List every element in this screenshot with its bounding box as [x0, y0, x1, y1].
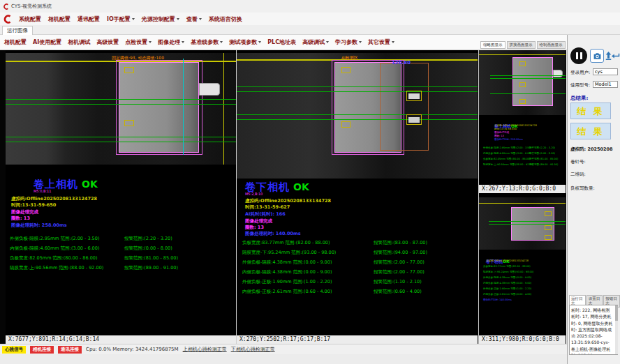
- menu-item-io-config[interactable]: IO手配置: [107, 15, 135, 23]
- thumb-measure-row: 外侧负极-正极:1.90mm 范围:(1.00 - 2.20): [483, 287, 531, 290]
- thumbnail-view-tabs: 缩略图显示 拼接画面显示 绘制画面显示: [480, 41, 566, 49]
- alarm-range: 报警范围:(1.10 - 2.10): [374, 279, 422, 285]
- thumb-turns-line: 圈数: 13: [494, 135, 504, 137]
- menu-item-camera-config[interactable]: 相机配置: [48, 15, 71, 23]
- thumb-time-line: 时间:13-31-59-650: [494, 128, 517, 130]
- measure-row: 内侧负极-隔膜:4.38mm 范围:(0.00 - 9.00): [242, 269, 332, 275]
- thumb-alarm: 报警范围:(0.00 - 8.00): [529, 152, 555, 155]
- thumb-alarm: 报警范围:(89.00 - 91.00): [529, 163, 558, 166]
- thumb-measure-row: 内侧负极-隔膜:4.60mm 范围:(3.00 - 6.00): [483, 152, 531, 155]
- dropdown-arrow-icon: [258, 41, 261, 43]
- thumb-elapsed-line: 图像处理耗时: 140.00ms: [483, 298, 512, 301]
- pause-button[interactable]: [570, 47, 587, 64]
- view-tab-thumbnail[interactable]: 缩略图显示: [480, 41, 505, 49]
- ruler-line: [479, 54, 566, 55]
- measure-line: [6, 104, 236, 105]
- tool-other-settings[interactable]: 其它设置: [368, 38, 394, 46]
- title-bar: CYS-视觉检测系统: [0, 0, 620, 13]
- marker-box: [124, 120, 134, 126]
- return-arrow-icon: [612, 52, 620, 61]
- ai-detect-rect: [380, 63, 429, 151]
- tool-ai-config[interactable]: AI使用配置: [33, 38, 61, 46]
- measure-line: [237, 119, 478, 120]
- camera-connection-badge: 相机连接: [30, 346, 54, 354]
- tool-spot-check[interactable]: 点检设置: [125, 38, 152, 46]
- log-scrollbar-thumb[interactable]: [615, 305, 618, 321]
- right-sidebar: 登录用户: 使用型号: 总结果: 结 果 结 果 虚拟码: 20250208 卷…: [567, 35, 620, 364]
- alarm-range: 报警范围:(0.60 - 4.00): [374, 289, 422, 295]
- marker-box: [519, 99, 526, 104]
- tool-image-processing[interactable]: 图像处理: [158, 38, 184, 46]
- camera-capture-button[interactable]: [590, 49, 604, 63]
- tool-camera-config[interactable]: 相机配置: [4, 38, 27, 46]
- trigger-info: M5:0,B:11: [34, 189, 51, 193]
- view-tab-stitch[interactable]: 拼接画面显示: [507, 41, 536, 49]
- pixel-coordinate-readout: X:311;Y:980;R:0;G:0;B:0: [479, 335, 566, 344]
- dropdown-arrow-icon: [149, 41, 152, 43]
- virtual-code-value: 20250208: [587, 146, 612, 152]
- tool-learning-params[interactable]: 学习参数: [335, 38, 362, 46]
- thumb-measure-row: 负极宽度:83.77mm 范围:(82.00 - 88.00): [483, 265, 531, 268]
- thumb-code-line: 虚拟码:Offline20250208133124728: [494, 124, 537, 127]
- heartbeat-badge: 心跳信号: [2, 346, 26, 354]
- measure-line: [490, 75, 566, 76]
- left-camera-image[interactable]: 固定阈值:93, 动态阈值:100: [6, 53, 236, 165]
- log-output[interactable]: 耗时: 222, 网络检测耗时: 17, 网络分类耗时: 0, 网络提取分类耗时…: [569, 305, 618, 355]
- virtual-code-line: 虚拟码:Offline20250208133134728: [245, 198, 331, 204]
- tool-advanced-settings[interactable]: 高级设置: [96, 38, 119, 46]
- model-input[interactable]: [593, 81, 618, 88]
- thumb-measure-row: 隔膜宽度-下:95.24mm 范围:(93.00 - 98.00): [483, 271, 533, 273]
- thumbnail-top-image[interactable]: [479, 50, 566, 115]
- status-bar: 心跳信号 相机连接 通讯连接 Cpu: 0.0% Memory: 3424.41…: [0, 344, 567, 354]
- tool-test-params[interactable]: 测试项参数: [229, 38, 261, 46]
- marker-box: [341, 67, 350, 73]
- battery-cell-region: [512, 57, 553, 106]
- menu-item-comm-config[interactable]: 通讯配置: [78, 15, 100, 23]
- ruler-line: [479, 203, 566, 204]
- tool-plc-address[interactable]: PLC地址表: [267, 38, 296, 46]
- app-icon: [3, 3, 9, 10]
- login-user-input[interactable]: [593, 68, 618, 75]
- alarm-range: 报警范围:(2.00 - 77.00): [374, 259, 425, 266]
- middle-camera-panel: AI检测区 120.80 卷下相机OK M5:2,B:10 虚拟码:Offlin…: [237, 50, 478, 344]
- alarm-range: 报警范围:(0.00 - 8.00): [124, 245, 172, 252]
- menu-item-light-control[interactable]: 光源控制配置: [142, 15, 179, 23]
- measure-row: 隔膜宽度-上:90.56mm 范围:(88.00 - 92.00): [10, 265, 103, 271]
- time-line: 时间:13-31-59-627: [245, 204, 290, 211]
- thumb-measure-row: 内侧负极-正极:2.61mm 范围:(0.60 - 4.00): [483, 293, 531, 296]
- view-tab-draw[interactable]: 绘制画面显示: [537, 41, 566, 49]
- bright-spot: [408, 117, 420, 123]
- menu-item-language-switch[interactable]: 系统语言切换: [209, 15, 242, 23]
- battery-cell-region: [119, 62, 199, 153]
- measure-row: 外侧负极-正极:1.90mm 范围:(1.00 - 2.20): [242, 279, 332, 285]
- measure-line: [489, 224, 566, 225]
- tool-advanced-debug[interactable]: 高级调试: [302, 38, 329, 46]
- edge-line-cyan: [183, 59, 184, 155]
- logout-button[interactable]: [612, 49, 620, 63]
- menu-item-system-config[interactable]: 系统配置: [19, 15, 41, 23]
- thumb-measure-row: 外侧负极-隔膜:4.38mm 范围:(0.00 - 9.00): [483, 276, 531, 279]
- marker-box: [341, 121, 350, 128]
- measure-line: [6, 142, 236, 142]
- measure-line: [6, 137, 236, 137]
- dropdown-arrow-icon: [132, 18, 135, 20]
- dropdown-arrow-icon: [326, 41, 329, 43]
- measure-row: 负极宽度:83.77mm 范围:(82.00 - 88.00): [242, 240, 330, 246]
- thumbnail-bottom-image[interactable]: [479, 197, 566, 250]
- dropdown-arrow-icon: [177, 18, 179, 20]
- dropdown-arrow-icon: [359, 41, 362, 43]
- tool-camera-debug[interactable]: 相机调试: [68, 38, 90, 46]
- pixel-coordinate-readout: X:270;Y:2502;R:17;G:17;B:17: [237, 335, 478, 344]
- ai-zone-label: AI检测区: [341, 55, 358, 61]
- middle-camera-image[interactable]: AI检测区 120.80: [237, 53, 478, 179]
- virtual-code-label: 虚拟码: 20250208: [570, 146, 613, 153]
- status-ok-label: OK: [293, 181, 309, 192]
- left-camera-panel: 固定阈值:93, 动态阈值:100 卷上相机OK M5:0,B:11 虚拟码:O…: [6, 50, 236, 344]
- menu-item-view[interactable]: 查看: [186, 15, 202, 23]
- arrow-up-icon: [605, 51, 612, 61]
- trigger-info: M5:2,B:10: [245, 192, 263, 196]
- upload-button[interactable]: [605, 49, 612, 63]
- tool-baseline-params[interactable]: 基准线参数: [191, 38, 223, 46]
- tab-run-image[interactable]: 运行图像: [2, 26, 33, 35]
- login-user-label: 登录用户:: [570, 70, 590, 76]
